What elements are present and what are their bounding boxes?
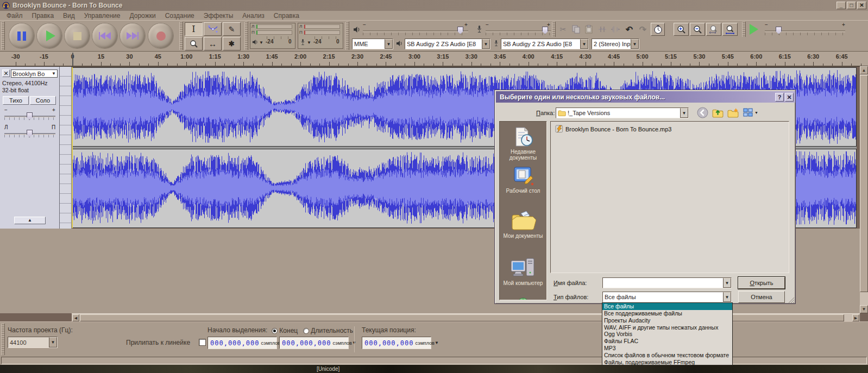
filetype-option[interactable]: Ogg Vorbis [602,331,732,338]
filetype-option[interactable]: WAV, AIFF и другие типы несжатых данных [602,324,732,331]
transport-toolbar-grip[interactable] [1,22,5,50]
fit-selection-button[interactable] [706,23,721,36]
track-collapse-button[interactable]: ▲ [14,217,46,224]
current-position-field[interactable]: 000,000,000 сэмплов ▼ [362,337,431,349]
close-button[interactable]: ✕ [857,2,866,9]
dialog-title-bar[interactable]: Выберите один или несколько звуковых фай… [496,91,795,103]
meter-dropdown-arrow[interactable]: ▼ [259,40,263,45]
filetype-option[interactable]: Проекты Audacity [602,317,732,324]
track-name-menu[interactable]: Brooklyn Bo ▼ [11,69,58,78]
meter-toolbar-grip[interactable] [244,22,248,50]
end-radio[interactable]: Конец [272,327,298,334]
playback-meter[interactable]: Л П ▼ -24 0 [250,23,295,49]
maximize-button[interactable]: □ [847,2,856,9]
dropdown-arrow-icon[interactable]: ▼ [631,39,639,49]
menu-effects[interactable]: Эффекты [204,12,234,20]
horizontal-scrollbar[interactable]: ◀ ▶ [72,313,860,321]
forward-button[interactable] [120,23,145,48]
input-channels-combo[interactable]: 2 (Stereo) Inpu▼ [592,39,639,49]
draw-tool-button[interactable]: ✎ [223,22,241,36]
filetype-combo[interactable]: Все файлы ▼ [602,292,732,302]
project-rate-combo[interactable]: 44100▼ [8,337,58,348]
menu-generate[interactable]: Создание [165,12,194,20]
scroll-right-button[interactable]: ▶ [852,314,859,321]
pause-button[interactable] [9,23,34,48]
zoom-tool-button[interactable] [185,37,203,50]
menu-analyze[interactable]: Анализ [242,12,265,20]
solo-button[interactable]: Соло [30,96,56,105]
record-button[interactable] [148,23,173,48]
new-folder-button[interactable] [727,107,739,118]
length-radio[interactable]: Длительность [303,327,353,334]
output-volume-slider[interactable] [363,30,468,32]
dropdown-arrow-icon[interactable]: ▼ [49,337,57,347]
transcription-toolbar-grip[interactable] [742,22,746,37]
silence-button[interactable] [609,23,621,36]
back-button[interactable] [697,107,708,118]
timeline-ruler[interactable]: -30-1501530451:001:151:301:452:002:152:3… [0,52,868,66]
recording-meter[interactable]: Л П ▼ -24 0 [298,23,343,49]
selection-toolbar-grip[interactable] [1,324,5,355]
file-list[interactable]: Brooklyn Bounce - Born To Bounce.mp3 [550,121,789,273]
selection-tool-button[interactable]: I [185,22,203,36]
vertical-scrollbar[interactable]: ▲ ▼ [860,66,868,313]
zoom-out-button[interactable] [690,23,705,36]
menu-file[interactable]: Файл [7,12,23,20]
filetype-option[interactable]: Все файлы [602,303,732,310]
timer-record-button[interactable] [651,23,665,36]
minimize-button[interactable]: _ [836,2,846,9]
place-recent-documents[interactable]: Недавние документы [500,126,546,161]
place-desktop[interactable]: Рабочий стол [500,165,546,194]
filetype-option[interactable]: Список файлов в обычном текстовом формат… [602,352,732,359]
scroll-left-button[interactable]: ◀ [72,314,79,321]
dialog-help-button[interactable]: ? [775,93,784,102]
tools-toolbar-grip[interactable] [179,22,183,50]
fit-project-button[interactable] [722,23,738,36]
folder-combo[interactable]: !_Tape Versions ▼ [556,108,689,118]
vertical-scroll-thumb[interactable] [860,75,868,292]
filename-combo[interactable]: ▼ [602,277,732,288]
undo-button[interactable]: ↶ [623,23,636,36]
views-menu-button[interactable]: ▼ [743,107,758,118]
redo-button[interactable]: ↷ [637,23,649,36]
filetype-option[interactable]: MP3 [602,345,732,352]
output-device-combo[interactable]: SB Audigy 2 ZS Audio [E8▼ [405,39,490,49]
up-folder-button[interactable] [712,107,724,118]
filetype-option[interactable]: Все поддерживаемые файлы [602,310,732,317]
envelope-tool-button[interactable] [204,22,222,36]
dropdown-arrow-icon[interactable]: ▼ [723,292,731,302]
scroll-down-button[interactable]: ▼ [860,305,868,313]
play-at-speed-button[interactable] [747,23,760,35]
open-button[interactable]: Открыть [738,277,785,289]
menu-edit[interactable]: Правка [32,12,54,20]
dialog-close-button[interactable]: ✕ [785,93,794,102]
filetype-option[interactable]: Файлы FLAC [602,338,732,345]
rewind-button[interactable] [92,23,117,48]
meter-dropdown-arrow[interactable]: ▼ [307,40,311,45]
audio-host-combo[interactable]: MME▼ [352,39,393,49]
cancel-button[interactable]: Отмена [738,291,785,303]
play-button[interactable] [37,23,62,48]
place-my-documents[interactable]: Мои документы [500,210,546,239]
dropdown-arrow-icon[interactable]: ▼ [580,39,588,49]
place-network[interactable] [500,296,546,300]
track-close-button[interactable]: ✕ [2,69,10,77]
snap-to-checkbox[interactable] [199,339,206,346]
cut-button[interactable]: ✂ [557,23,569,36]
input-device-combo[interactable]: SB Audigy 2 ZS Audio [E8▼ [501,39,589,49]
input-volume-slider[interactable] [486,30,551,32]
file-item[interactable]: Brooklyn Bounce - Born To Bounce.mp3 [555,125,671,133]
menu-transport[interactable]: Управление [84,12,121,20]
copy-button[interactable] [570,23,582,36]
place-my-computer[interactable]: Мой компьютер [500,256,546,286]
trim-button[interactable] [596,23,608,36]
timeshift-tool-button[interactable]: ↔ [204,37,222,50]
mute-button[interactable]: Тихо [3,96,29,105]
paste-button[interactable] [583,23,595,36]
edit-toolbar-grip[interactable] [552,22,556,37]
selection-start-field[interactable]: 000,000,000 сэмплов ▼ [207,337,277,349]
dropdown-arrow-icon[interactable]: ▼ [385,39,393,49]
resize-grip-icon[interactable] [788,297,795,304]
zoom-in-button[interactable] [674,23,689,36]
selection-end-field[interactable]: 000,000,000 сэмплов ▼ [279,337,349,349]
